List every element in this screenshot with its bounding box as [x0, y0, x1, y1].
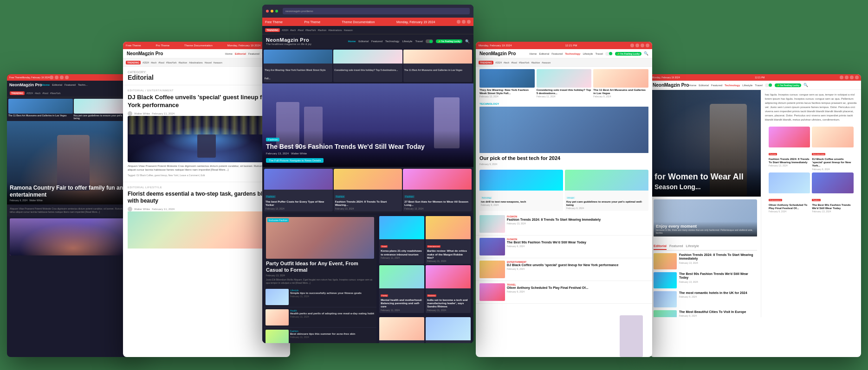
left-nav-editorial[interactable]: Editorial — [235, 52, 246, 55]
browser-max[interactable] — [275, 10, 278, 13]
center-tag-2[interactable]: #tech — [290, 29, 296, 32]
left-doc[interactable]: Theme Documentation — [184, 44, 213, 47]
browser-min[interactable] — [271, 10, 273, 13]
center-li-title-2[interactable]: Health perks and perils of adopting one … — [290, 312, 375, 315]
right-tag-2[interactable]: #tech — [504, 61, 509, 64]
center-tag-4[interactable]: #NewYork — [305, 29, 316, 32]
right-col-title-1[interactable]: ive drill to test new-weapons, tech — [481, 200, 562, 204]
fr-nav-featured[interactable]: Featured — [711, 84, 722, 87]
right-top-title-1[interactable]: They Are Wearing: New York Fashion Week … — [479, 89, 535, 95]
right-nav-tech[interactable]: Technology — [565, 52, 580, 55]
left-main-title[interactable]: DJ Black Coffee unveils 'special' guest … — [128, 94, 285, 109]
center-tag-5[interactable]: #fashion — [317, 29, 326, 32]
right-tag-5[interactable]: #fashion — [531, 61, 540, 64]
fr-im-feeling-lucky[interactable]: ✨ I'm Feeling Lucky — [775, 83, 801, 87]
right-large-title[interactable]: Our pick of the best tech for 2024 — [479, 155, 648, 161]
fr-nav-travel[interactable]: Travel — [755, 84, 762, 87]
fr-tab-lifestyle[interactable]: Lifestyle — [686, 244, 699, 250]
center-tag-1[interactable]: #2024 — [282, 29, 288, 32]
far-left-free-theme[interactable]: Free Theme — [9, 76, 22, 79]
center-nav-home[interactable]: Home — [348, 40, 356, 43]
fr-grid-title-4[interactable]: The Best 90s Fashion Trends We'd Still W… — [812, 204, 854, 210]
left-second-title[interactable]: Florist deems essential a two-step task,… — [128, 191, 285, 205]
center-tag-6[interactable]: #destinations — [328, 29, 342, 32]
center-grid-title-4[interactable]: India set to become a tech and manufactu… — [427, 299, 469, 309]
right-nav-travel[interactable]: Travel — [595, 52, 602, 55]
far-left-tag-1[interactable]: #2024 — [26, 92, 33, 95]
center-li-title-1[interactable]: Simple tips to successfully achieve your… — [290, 292, 375, 295]
right-top-title-2[interactable]: Considering solo travel this holiday? To… — [537, 89, 592, 95]
nav-featured[interactable]: Featured — [65, 83, 76, 86]
fr-sa-title-4[interactable]: The Most Beautiful Cities To Visit In Eu… — [679, 310, 757, 314]
left-nav-featured[interactable]: Featured — [248, 52, 259, 55]
fr-nav-tech[interactable]: Technology — [725, 84, 740, 87]
fr-grid-title-2[interactable]: DJ Black Coffee unveils 'special' guest … — [812, 158, 854, 168]
center-url-bar[interactable]: neonmagzin.pro/demo — [283, 8, 470, 14]
center-toggle[interactable] — [426, 39, 433, 43]
right-tag-1[interactable]: #2024 — [495, 61, 502, 64]
left-tag-7[interactable]: #travel — [205, 61, 212, 64]
left-tag-3[interactable]: #food — [158, 61, 164, 64]
center-li-title-3[interactable]: Best skincare tips this summer for acne-… — [290, 332, 375, 336]
right-top-title-3[interactable]: The 11 Best Art Museums and Galleries in… — [593, 89, 648, 95]
browser-close[interactable] — [266, 10, 269, 13]
fr-grid-title-1[interactable]: Fashion Trends 2024: 8 Trends To Start W… — [769, 158, 810, 164]
far-left-tag-4[interactable]: #NewYork — [50, 92, 61, 95]
nav-tech[interactable]: Techn... — [78, 83, 88, 86]
center-nav-tech[interactable]: Technology — [385, 40, 399, 43]
fr-tab-editorial[interactable]: Editorial — [654, 244, 667, 250]
center-nav-featured[interactable]: Featured — [371, 40, 382, 43]
center-party-title[interactable]: Party Outfit Ideas for Any Event, From C… — [266, 261, 374, 273]
far-left-tag-3[interactable]: #food — [42, 92, 48, 95]
center-grid-title-3[interactable]: Mental health and motherhood: Balancing … — [381, 299, 423, 309]
right-nav-home[interactable]: Home — [529, 52, 537, 55]
right-nav-featured[interactable]: Featured — [551, 52, 563, 55]
center-tag-3[interactable]: #food — [298, 29, 304, 32]
nav-editorial[interactable]: Editorial — [52, 83, 62, 86]
far-left-tag-2[interactable]: #tech — [35, 92, 40, 95]
right-tag-4[interactable]: #NewYork — [519, 61, 530, 64]
center-pro-theme[interactable]: Pro Theme — [304, 20, 321, 24]
right-li-title-3[interactable]: DJ Black Coffee unveils 'special' guest … — [507, 263, 648, 267]
left-tag-1[interactable]: #2024 — [143, 61, 149, 64]
center-nav-life[interactable]: Lifestyle — [402, 40, 412, 43]
fr-sa-title-2[interactable]: The Best 90s Fashion Trends We'd Still W… — [679, 272, 757, 280]
fr-toggle[interactable] — [765, 83, 772, 87]
right-tag-6[interactable]: #season — [542, 61, 551, 64]
fr-tab-featured[interactable]: Featured — [669, 244, 683, 250]
left-tag-2[interactable]: #tech — [151, 61, 156, 64]
right-li-title-1[interactable]: Fashion Trends 2024: 8 Trends To Start W… — [507, 218, 648, 222]
center-nav-travel[interactable]: Travel — [415, 40, 422, 43]
right-tag-3[interactable]: #food — [511, 61, 517, 64]
left-tag-5[interactable]: #fashion — [178, 61, 187, 64]
center-free-theme[interactable]: Free Theme — [265, 20, 283, 24]
center-hero-title[interactable]: The Best 90s Fashion Trends We'd Still W… — [266, 143, 470, 151]
left-tag-8[interactable]: #season — [214, 61, 222, 64]
right-nav-life[interactable]: Lifestyle — [583, 52, 593, 55]
fr-nav-life[interactable]: Lifestyle — [742, 84, 752, 87]
right-toggle[interactable] — [605, 52, 613, 56]
fr-sa-title-3[interactable]: The most romantic hotels in the UK for 2… — [679, 291, 757, 295]
center-tag-7[interactable]: #season — [344, 29, 353, 32]
center-im-feeling-lucky[interactable]: ✨ I'm Feeling Lucky — [436, 39, 462, 43]
left-nav-home[interactable]: Home — [225, 52, 233, 55]
center-grid-title-1[interactable]: Korea plans 21-city roadshows to entranc… — [381, 249, 423, 256]
fr-search-icon[interactable]: 🔍 — [803, 83, 808, 87]
fr-nav-home[interactable]: Home — [689, 84, 696, 87]
right-im-feeling-lucky[interactable]: ✨ I'm Feeling Lucky — [615, 52, 641, 56]
center-hero-btn[interactable]: The Full Picture: Navigate to News Detai… — [266, 158, 324, 163]
fr-nav-editorial[interactable]: Editorial — [699, 84, 709, 87]
center-nav-editorial[interactable]: Editorial — [358, 40, 369, 43]
right-li-title-2[interactable]: The Best 90s Fashion Trends We'd Still W… — [507, 241, 648, 244]
center-grid-title-2[interactable]: Barbie review: What do critics make of t… — [427, 249, 469, 260]
fr-grid-title-3[interactable]: Oliver Anthony Scheduled To Play Final F… — [769, 204, 810, 210]
nav-home[interactable]: Home — [42, 83, 50, 86]
left-tag-6[interactable]: #destinations — [189, 61, 202, 64]
center-doc[interactable]: Theme Documentation — [342, 20, 375, 24]
center-search-icon[interactable]: 🔍 — [465, 39, 470, 44]
right-search-icon[interactable]: 🔍 — [644, 51, 648, 56]
right-li-title-4[interactable]: Oliver Anthony Scheduled To Play Final F… — [507, 286, 648, 290]
left-free-theme[interactable]: Free Theme — [126, 44, 141, 47]
left-pro-theme[interactable]: Pro Theme — [156, 44, 170, 47]
right-nav-editorial[interactable]: Editorial — [539, 52, 549, 55]
